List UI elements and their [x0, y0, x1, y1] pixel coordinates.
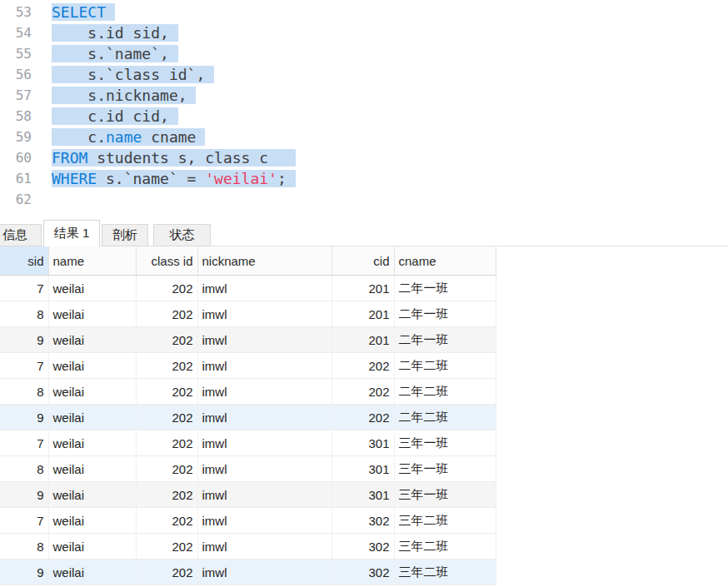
results-tabbar: 信息结果 1剖析状态	[0, 218, 728, 246]
cell-cname[interactable]: 二年一班	[394, 301, 496, 327]
column-header-class_id[interactable]: class id	[136, 246, 197, 276]
code-text: s.`name`,	[52, 43, 178, 64]
code-text: s.nickname,	[52, 85, 196, 106]
cell-name[interactable]: weilai	[48, 430, 136, 456]
cell-nickname[interactable]: imwl	[197, 327, 332, 353]
cell-sid[interactable]: 9	[0, 560, 48, 585]
cell-cid[interactable]: 202	[332, 379, 394, 405]
tab-profile[interactable]: 剖析	[102, 224, 148, 246]
cell-nickname[interactable]: imwl	[197, 301, 332, 327]
cell-class_id[interactable]: 202	[136, 353, 197, 379]
cell-class_id[interactable]: 202	[136, 508, 197, 534]
code-text: c.name cname	[52, 127, 205, 147]
cell-nickname[interactable]: imwl	[197, 508, 332, 534]
code-line: 55 s.`name`,	[0, 43, 728, 64]
selection-highlight: s.`name`,	[52, 45, 178, 62]
cell-sid[interactable]: 7	[0, 430, 48, 456]
cell-class_id[interactable]: 202	[136, 482, 197, 508]
column-header-nickname[interactable]: nickname	[197, 246, 332, 276]
cell-sid[interactable]: 9	[0, 405, 48, 430]
cell-sid[interactable]: 8	[0, 534, 48, 560]
cell-cname[interactable]: 二年一班	[394, 276, 496, 301]
cell-name[interactable]: weilai	[48, 560, 136, 585]
cell-sid[interactable]: 8	[0, 456, 48, 482]
cell-cid[interactable]: 301	[332, 482, 394, 508]
cell-class_id[interactable]: 202	[136, 430, 197, 456]
sql-token-plain: ;	[277, 170, 296, 187]
cell-name[interactable]: weilai	[48, 327, 136, 353]
cell-cname[interactable]: 三年二班	[394, 560, 496, 585]
column-header-sid[interactable]: sid	[0, 246, 48, 276]
cell-sid[interactable]: 8	[0, 301, 48, 327]
code-line: 54 s.id sid,	[0, 22, 728, 43]
cell-name[interactable]: weilai	[48, 456, 136, 482]
cell-name[interactable]: weilai	[48, 405, 136, 430]
column-header-cid[interactable]: cid	[332, 246, 394, 276]
cell-cname[interactable]: 二年二班	[394, 405, 496, 430]
cell-class_id[interactable]: 202	[136, 456, 197, 482]
cell-cid[interactable]: 302	[332, 508, 394, 534]
cell-class_id[interactable]: 202	[136, 379, 197, 405]
cell-cname[interactable]: 三年二班	[394, 534, 496, 560]
cell-cid[interactable]: 201	[332, 276, 394, 301]
cell-class_id[interactable]: 202	[136, 560, 197, 585]
cell-name[interactable]: weilai	[48, 353, 136, 379]
cell-sid[interactable]: 7	[0, 353, 48, 379]
cell-name[interactable]: weilai	[48, 276, 136, 301]
cell-class_id[interactable]: 202	[136, 327, 197, 353]
cell-nickname[interactable]: imwl	[197, 482, 332, 508]
cell-cname[interactable]: 三年一班	[394, 482, 496, 508]
cell-nickname[interactable]: imwl	[197, 560, 332, 585]
cell-name[interactable]: weilai	[48, 508, 136, 534]
table-row: 8weilai202imwl201二年一班	[0, 301, 496, 327]
column-header-name[interactable]: name	[48, 246, 136, 276]
cell-sid[interactable]: 7	[0, 276, 48, 301]
query-result-window: 53SELECT 54 s.id sid, 55 s.`name`, 56 s.…	[0, 0, 728, 587]
cell-nickname[interactable]: imwl	[197, 405, 332, 430]
cell-cname[interactable]: 二年二班	[394, 353, 496, 379]
cell-name[interactable]: weilai	[48, 301, 136, 327]
cell-name[interactable]: weilai	[48, 482, 136, 508]
cell-cid[interactable]: 302	[332, 560, 394, 585]
column-header-cname[interactable]: cname	[394, 246, 496, 276]
cell-sid[interactable]: 7	[0, 508, 48, 534]
cell-nickname[interactable]: imwl	[197, 534, 332, 560]
cell-cname[interactable]: 三年一班	[394, 430, 496, 456]
tab-result-1[interactable]: 结果 1	[43, 220, 100, 246]
cell-sid[interactable]: 9	[0, 327, 48, 353]
cell-cid[interactable]: 201	[332, 327, 394, 353]
cell-class_id[interactable]: 202	[136, 301, 197, 327]
cell-name[interactable]: weilai	[48, 379, 136, 405]
cell-nickname[interactable]: imwl	[197, 379, 332, 405]
code-line: 56 s.`class id`,	[0, 64, 728, 85]
cell-cid[interactable]: 301	[332, 456, 394, 482]
table-row: 9weilai202imwl302三年二班	[0, 560, 496, 585]
table-row: 7weilai202imwl201二年一班	[0, 276, 496, 301]
cell-cname[interactable]: 二年一班	[394, 327, 496, 353]
cell-name[interactable]: weilai	[48, 534, 136, 560]
tab-status[interactable]: 状态	[153, 224, 211, 246]
cell-class_id[interactable]: 202	[136, 405, 197, 430]
cell-nickname[interactable]: imwl	[197, 430, 332, 456]
cell-cid[interactable]: 202	[332, 405, 394, 430]
tab-info[interactable]: 信息	[0, 224, 42, 246]
cell-nickname[interactable]: imwl	[197, 456, 332, 482]
cell-cid[interactable]: 201	[332, 301, 394, 327]
cell-class_id[interactable]: 202	[136, 534, 197, 560]
selection-highlight: SELECT	[52, 3, 115, 21]
cell-cname[interactable]: 三年一班	[394, 456, 496, 482]
cell-cid[interactable]: 202	[332, 353, 394, 379]
sql-editor[interactable]: 53SELECT 54 s.id sid, 55 s.`name`, 56 s.…	[0, 2, 728, 211]
cell-cname[interactable]: 二年二班	[394, 379, 496, 405]
sql-token-plain: students s, class c	[87, 149, 295, 167]
cell-nickname[interactable]: imwl	[197, 276, 332, 301]
table-row: 8weilai202imwl301三年一班	[0, 456, 496, 482]
selection-highlight: s.id sid,	[52, 24, 178, 42]
cell-nickname[interactable]: imwl	[197, 353, 332, 379]
cell-sid[interactable]: 8	[0, 379, 48, 405]
cell-cid[interactable]: 302	[332, 534, 394, 560]
cell-class_id[interactable]: 202	[136, 276, 197, 301]
cell-sid[interactable]: 9	[0, 482, 48, 508]
cell-cid[interactable]: 301	[332, 430, 394, 456]
cell-cname[interactable]: 三年二班	[394, 508, 496, 534]
